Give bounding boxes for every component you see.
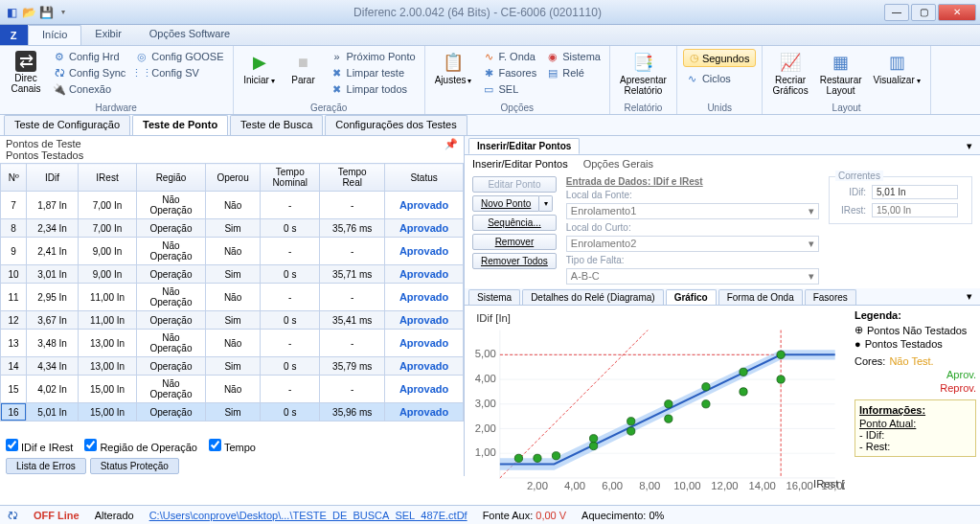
table-row[interactable]: 165,01 In15,00 InOperaçãoSim0 s35,96 msA… xyxy=(1,403,464,421)
config-goose-button[interactable]: ◎Config GOOSE xyxy=(132,49,226,64)
col-n[interactable]: Nº xyxy=(1,164,27,192)
restaurar-layout-button[interactable]: ▦Restaurar Layout xyxy=(816,49,866,98)
sv-icon: ⋮⋮ xyxy=(135,66,148,80)
clock-icon: ◷ xyxy=(690,52,699,64)
close-button[interactable]: ✕ xyxy=(938,4,976,21)
info-idif: - IDif: xyxy=(859,429,971,441)
ciclos-button[interactable]: ∿Ciclos xyxy=(683,71,757,86)
chk-regiao[interactable]: Região de Operação xyxy=(84,439,197,453)
chk-tempo[interactable]: Tempo xyxy=(209,439,256,453)
chart-legend: Legenda: ⊕Pontos Não Testados ●Pontos Te… xyxy=(851,306,980,503)
svg-point-31 xyxy=(627,418,635,425)
pin-icon[interactable]: 📌 xyxy=(444,138,458,150)
col-operou[interactable]: Operou xyxy=(205,164,260,192)
app-icon: ◧ xyxy=(4,5,19,20)
chart-svg: IDif [In] IRest [In] 1,002,003,00 4,005,… xyxy=(470,309,845,499)
window-title: Diferenc 2.00.042 (64 Bits) - CE-6006 (0… xyxy=(71,6,884,19)
lista-erros-button[interactable]: Lista de Erros xyxy=(6,458,86,474)
parar-button[interactable]: ■Parar xyxy=(284,49,324,87)
idif-input[interactable]: 5,01 In xyxy=(872,185,958,199)
table-row[interactable]: 82,34 In7,00 InOperaçãoSim0 s35,76 msApr… xyxy=(1,219,464,238)
minimize-button[interactable]: — xyxy=(884,4,909,21)
svg-text:2,00: 2,00 xyxy=(475,422,496,434)
open-icon[interactable]: 📂 xyxy=(21,5,36,20)
config-sv-button[interactable]: ⋮⋮Config SV xyxy=(132,65,226,80)
sub-tabs: Teste de Configuração Teste de Ponto Tes… xyxy=(0,115,980,136)
subtab-ponto[interactable]: Teste de Ponto xyxy=(132,115,228,135)
tipo-falta-select[interactable]: A-B-C ▾ xyxy=(566,268,819,285)
save-icon[interactable]: 💾 xyxy=(38,5,54,20)
chk-idif[interactable]: IDif e IRest xyxy=(6,439,73,453)
table-row[interactable]: 71,87 In7,00 InNão OperaçãoNão--Aprovado xyxy=(1,192,464,219)
limpar-todos-button[interactable]: ✖Limpar todos xyxy=(328,81,419,97)
gtab-sistema[interactable]: Sistema xyxy=(468,289,520,305)
col-tnom[interactable]: Tempo Nominal xyxy=(261,164,320,192)
rp-tab-inserir[interactable]: Inserir/Editar Pontos xyxy=(468,138,580,154)
svg-point-26 xyxy=(534,454,541,462)
col-irest[interactable]: IRest xyxy=(78,164,136,192)
tab-inicio[interactable]: Início xyxy=(28,25,81,45)
col-idif[interactable]: IDif xyxy=(27,164,79,192)
visualizar-button[interactable]: ▥Visualizar xyxy=(870,49,924,88)
svg-point-35 xyxy=(702,383,710,391)
local-fonte-select[interactable]: Enrolamento1 ▾ xyxy=(566,203,819,219)
gtab-detalhes[interactable]: Detalhes do Relé (Diagrama) xyxy=(522,289,664,305)
table-row[interactable]: 144,34 In13,00 InOperaçãoSim0 s35,79 msA… xyxy=(1,357,464,376)
table-row[interactable]: 123,67 In11,00 InOperaçãoSim0 s35,41 msA… xyxy=(1,311,464,330)
left-panel: Pontos de Teste Pontos Testados 📌 Nº IDi… xyxy=(0,136,465,476)
editar-ponto-button: Editar Ponto xyxy=(472,176,557,193)
svg-point-36 xyxy=(740,388,747,396)
gtab-grafico[interactable]: Gráfico xyxy=(666,289,717,305)
rp-sub-inserir: Inserir/Editar Pontos xyxy=(472,158,568,170)
config-sync-button[interactable]: 🗘Config Sync xyxy=(50,65,128,80)
apresentar-relatorio-button[interactable]: 📑Apresentar Relatório xyxy=(616,49,671,98)
maximize-button[interactable]: ▢ xyxy=(911,4,936,21)
app-menu-button[interactable]: Z xyxy=(0,25,28,45)
gtab-forma[interactable]: Forma de Onda xyxy=(718,289,803,305)
rele-button[interactable]: ▤Relé xyxy=(543,65,604,80)
config-hrd-button[interactable]: ⚙Config Hrd xyxy=(50,49,128,64)
chart-area[interactable]: IDif [In] IRest [In] 1,002,003,00 4,005,… xyxy=(465,306,851,503)
conexao-button[interactable]: 🔌Conexão xyxy=(50,81,128,97)
local-curto-select[interactable]: Enrolamento2 ▾ xyxy=(566,236,819,252)
col-status[interactable]: Status xyxy=(385,164,464,192)
remover-todos-button[interactable]: Remover Todos xyxy=(472,253,557,269)
table-row[interactable]: 92,41 In9,00 InNão OperaçãoNão--Aprovado xyxy=(1,238,464,265)
subtab-busca[interactable]: Teste de Busca xyxy=(230,115,323,135)
table-row[interactable]: 103,01 In9,00 InOperaçãoSim0 s35,71 msAp… xyxy=(1,265,464,284)
marker-not-tested-icon: ⊕ xyxy=(855,324,863,336)
table-row[interactable]: 154,02 In15,00 InNão OperaçãoNão--Aprova… xyxy=(1,376,464,403)
gtab-fasores[interactable]: Fasores xyxy=(805,289,856,305)
sistema-button[interactable]: ◉Sistema xyxy=(543,49,604,64)
svg-text:10,00: 10,00 xyxy=(673,480,700,491)
segundos-button[interactable]: ◷Segundos xyxy=(683,49,757,67)
table-row[interactable]: 133,48 In13,00 InNão OperaçãoNão--Aprova… xyxy=(1,330,464,357)
graph-dropdown-icon[interactable]: ▾ xyxy=(963,288,976,305)
irest-input[interactable]: 15,00 In xyxy=(872,203,958,217)
sequencia-button[interactable]: Sequência... xyxy=(472,215,557,231)
subtab-config[interactable]: Teste de Configuração xyxy=(4,115,130,135)
iniciar-button[interactable]: ▶Iniciar xyxy=(239,49,280,88)
rp-dropdown-icon[interactable]: ▾ xyxy=(963,138,976,154)
fasores-button[interactable]: ✱Fasores xyxy=(479,65,539,80)
col-regiao[interactable]: Região xyxy=(137,164,206,192)
file-path-link[interactable]: C:\Users\conprove\Desktop\...\TESTE_DE_B… xyxy=(149,510,467,521)
status-protecao-button[interactable]: Status Proteção xyxy=(90,458,179,474)
results-table: Nº IDif IRest Região Operou Tempo Nomina… xyxy=(0,163,464,421)
tab-opcoes[interactable]: Opções Software xyxy=(136,25,244,45)
remover-button[interactable]: Remover xyxy=(472,234,557,250)
subtab-cfgt[interactable]: Configurações dos Testes xyxy=(325,115,467,135)
ajustes-button[interactable]: 📋Ajustes xyxy=(431,49,476,88)
limpar-teste-button[interactable]: ✖Limpar teste xyxy=(328,65,419,80)
fonda-button[interactable]: ∿F. Onda xyxy=(479,49,539,64)
recriar-graficos-button[interactable]: 📈Recriar Gráficos xyxy=(768,49,811,98)
novo-ponto-dropdown[interactable]: ▾ xyxy=(539,195,553,212)
tab-exibir[interactable]: Exibir xyxy=(81,25,136,45)
direc-canais-button[interactable]: ⇄ Direc Canais xyxy=(6,49,46,96)
table-row[interactable]: 112,95 In11,00 InNão OperaçãoNão--Aprova… xyxy=(1,284,464,311)
qat-dropdown-icon[interactable]: ▾ xyxy=(56,5,71,20)
sel-button[interactable]: ▭SEL xyxy=(479,81,539,97)
phasor-icon: ✱ xyxy=(482,66,495,80)
col-treal[interactable]: Tempo Real xyxy=(320,164,385,192)
novo-ponto-button[interactable]: Novo Ponto xyxy=(472,195,539,212)
